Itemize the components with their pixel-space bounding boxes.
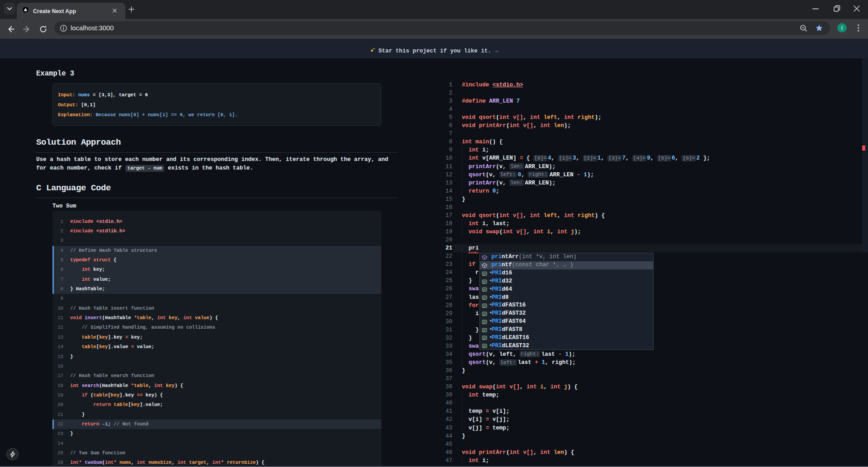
svg-text:f: f bbox=[841, 25, 843, 31]
